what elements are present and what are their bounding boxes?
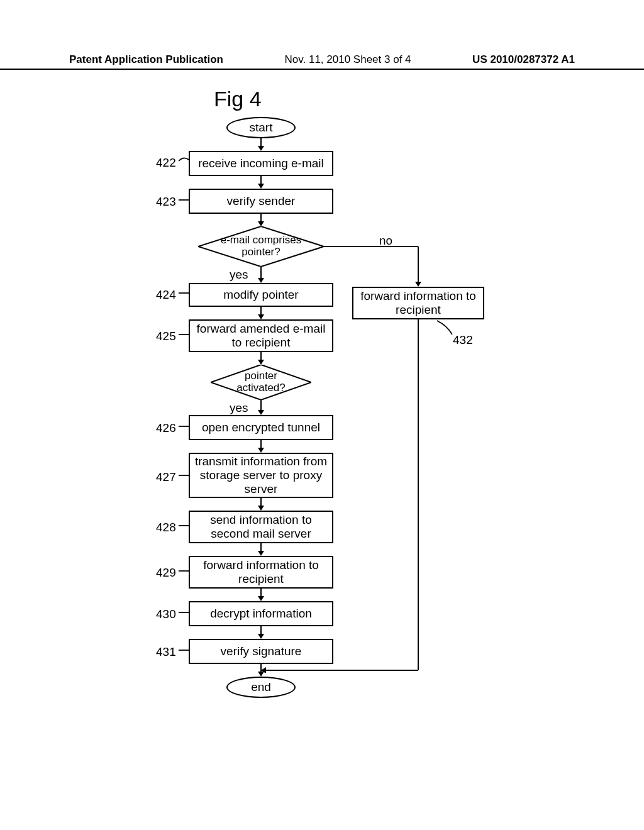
decision-pointer-label: e-mail comprises pointer? — [198, 235, 324, 258]
lead-427 — [179, 472, 190, 479]
lead-426 — [179, 423, 190, 430]
start-terminator: start — [226, 117, 296, 138]
ref-430: 430 — [156, 607, 176, 621]
lead-428 — [179, 522, 190, 529]
svg-marker-9 — [258, 278, 264, 283]
svg-marker-6 — [258, 221, 264, 226]
ref-425: 425 — [156, 329, 176, 343]
diagram-canvas: Fig 4 start receive incoming e-mail 422 … — [0, 82, 644, 805]
step-423-label: verify sender — [227, 194, 296, 208]
step-424: modify pointer — [189, 283, 333, 307]
d2-yes-label: yes — [230, 401, 248, 415]
svg-marker-39 — [415, 282, 421, 287]
step-424-label: modify pointer — [223, 288, 298, 302]
ref-427: 427 — [156, 470, 176, 484]
ref-422: 422 — [156, 156, 176, 170]
svg-marker-3 — [258, 184, 264, 189]
figure-title: Fig 4 — [214, 87, 262, 111]
step-432-label: forward information to recipient — [356, 289, 480, 317]
arrow-423-d1 — [258, 214, 264, 226]
ref-432: 432 — [453, 333, 473, 347]
lead-425 — [179, 331, 190, 338]
ref-431: 431 — [156, 645, 176, 659]
step-422: receive incoming e-mail — [189, 151, 333, 176]
ref-428: 428 — [156, 521, 176, 534]
ref-423: 423 — [156, 195, 176, 209]
svg-marker-1 — [258, 146, 264, 151]
lead-422 — [179, 156, 190, 165]
d1-yes-label: yes — [230, 268, 248, 282]
decision-pointer: e-mail comprises pointer? — [198, 226, 324, 267]
arrow-422-423 — [258, 176, 264, 189]
svg-marker-42 — [261, 667, 266, 673]
end-label: end — [251, 680, 271, 694]
page-header: Patent Application Publication Nov. 11, … — [0, 53, 644, 70]
lead-430 — [179, 609, 190, 616]
step-422-label: receive incoming e-mail — [198, 157, 324, 170]
step-423: verify sender — [189, 189, 333, 214]
lead-429 — [179, 567, 190, 575]
ref-426: 426 — [156, 421, 176, 435]
header-center: Nov. 11, 2010 Sheet 3 of 4 — [285, 53, 411, 66]
lead-424 — [179, 289, 190, 297]
step-432: forward information to recipient — [352, 287, 484, 319]
start-label: start — [250, 121, 273, 135]
lead-431 — [179, 646, 190, 654]
arrow-432-end — [261, 319, 425, 673]
svg-marker-12 — [258, 314, 264, 319]
lead-423 — [179, 196, 190, 204]
arrow-d1-432 — [324, 244, 437, 288]
arrow-d1-424 — [258, 267, 264, 283]
header-left: Patent Application Publication — [69, 53, 223, 66]
ref-429: 429 — [156, 566, 176, 580]
header-right: US 2010/0287372 A1 — [472, 53, 575, 66]
ref-424: 424 — [156, 288, 176, 302]
end-terminator: end — [226, 677, 296, 698]
arrow-start-422 — [258, 138, 264, 151]
lead-432 — [436, 319, 455, 337]
arrow-424-425 — [258, 307, 264, 319]
